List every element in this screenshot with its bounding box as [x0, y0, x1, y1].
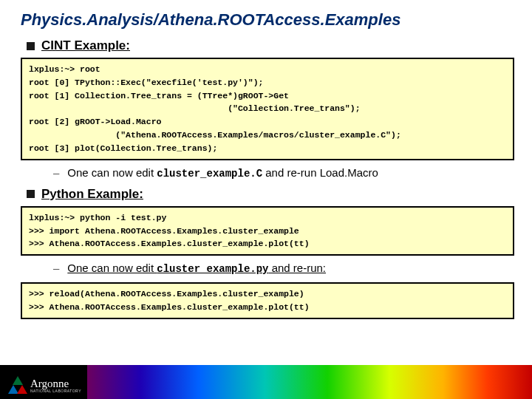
footer: Argonne NATIONAL LABORATORY — [0, 365, 532, 399]
square-bullet-icon — [27, 42, 35, 50]
slide: Physics.Analysis/Athena.ROOTAccess.Examp… — [0, 0, 532, 399]
argonne-brand: Argonne — [30, 378, 81, 389]
section-label-python: Python Example: — [41, 187, 143, 202]
bullet-python: Python Example: — [27, 187, 511, 202]
code-block-cint: lxplus:~> root root [0] TPython::Exec("e… — [21, 58, 514, 160]
dash-icon: – — [53, 166, 59, 179]
dash-icon: – — [53, 262, 59, 274]
bullet-cint: CINT Example: — [27, 38, 511, 53]
note-python-mono: cluster_example.py — [157, 263, 268, 275]
note-cint-post: and re-run Load.Macro — [262, 166, 378, 179]
note-python: – One can now edit cluster_example.py an… — [0, 259, 532, 281]
note-cint-mono: cluster_example.C — [157, 168, 262, 180]
argonne-logo: Argonne NATIONAL LABORATORY — [8, 376, 81, 395]
section-python: Python Example: — [0, 185, 532, 205]
note-python-text: One can now edit cluster_example.py and … — [67, 262, 326, 275]
note-cint-line: – One can now edit cluster_example.C and… — [53, 166, 511, 180]
spectrum-bar — [87, 365, 532, 399]
note-python-post: and re-run: — [269, 262, 327, 274]
note-cint-text: One can now edit cluster_example.C and r… — [67, 166, 378, 180]
section-label-cint: CINT Example: — [41, 38, 130, 53]
note-python-pre: One can now edit — [67, 262, 157, 274]
note-python-line: – One can now edit cluster_example.py an… — [53, 262, 511, 275]
code-block-python: lxplus:~> python -i test.py >>> import A… — [21, 206, 514, 256]
argonne-text: Argonne NATIONAL LABORATORY — [30, 378, 81, 393]
code-block-reload: >>> reload(Athena.ROOTAccess.Examples.cl… — [21, 282, 514, 319]
note-cint: – One can now edit cluster_example.C and… — [0, 163, 532, 185]
argonne-sub: NATIONAL LABORATORY — [30, 389, 81, 393]
argonne-triangle-icon — [8, 376, 27, 395]
page-title: Physics.Analysis/Athena.ROOTAccess.Examp… — [0, 0, 532, 37]
square-bullet-icon — [27, 190, 35, 198]
note-cint-pre: One can now edit — [67, 166, 157, 179]
section-cint: CINT Example: — [0, 37, 532, 56]
